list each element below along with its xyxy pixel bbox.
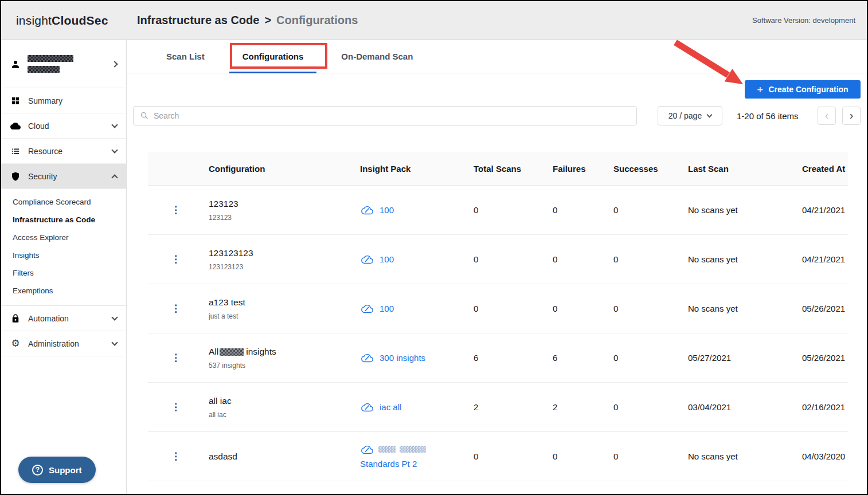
user-profile[interactable] bbox=[1, 40, 126, 88]
total-scans-value: 0 bbox=[474, 205, 553, 215]
pagination-next-button[interactable]: › bbox=[842, 107, 861, 125]
app-window: insightCloudSec Infrastructure as Code >… bbox=[0, 0, 868, 495]
column-header-last-scan: Last Scan bbox=[688, 164, 802, 174]
created-at-value: 05/26/2021 bbox=[802, 304, 848, 313]
page-size-value: 20 / page bbox=[668, 111, 702, 120]
row-menu-kebab-icon[interactable]: ⋮ bbox=[171, 254, 181, 265]
created-at-value: 02/16/2021 bbox=[802, 402, 848, 412]
insight-pack-link[interactable]: 300 insights bbox=[380, 353, 425, 363]
table-row: ⋮ a123 test just a test 100 0 0 0 No sca… bbox=[148, 284, 848, 333]
row-menu-kebab-icon[interactable]: ⋮ bbox=[171, 451, 181, 462]
tab-configurations[interactable]: Configurations bbox=[224, 40, 323, 73]
sidebar-item-resource[interactable]: Resource bbox=[1, 139, 126, 164]
last-scan-value: No scans yet bbox=[688, 205, 802, 215]
failures-value: 6 bbox=[553, 353, 613, 363]
search-input[interactable] bbox=[154, 111, 630, 120]
sidebar-item-filters[interactable]: Filters bbox=[1, 264, 126, 282]
table-row: ⋮ 123123123 123123123 100 0 0 0 No scans… bbox=[148, 235, 848, 284]
configuration-name: Allinsights bbox=[209, 347, 353, 356]
insight-pack-link[interactable]: 100 bbox=[380, 254, 394, 265]
create-configuration-button[interactable]: + Create Configuration bbox=[745, 80, 861, 99]
column-header-total-scans: Total Scans bbox=[474, 164, 553, 174]
failures-value: 2 bbox=[553, 402, 613, 412]
redacted-text-block bbox=[400, 446, 426, 453]
column-header-failures: Failures bbox=[553, 164, 613, 174]
chevron-right-icon bbox=[111, 61, 118, 67]
configurations-table: Configuration Insight Pack Total Scans F… bbox=[148, 152, 848, 481]
last-scan-value: No scans yet bbox=[688, 451, 802, 461]
total-scans-value: 2 bbox=[474, 402, 553, 412]
brand-light: insight bbox=[16, 14, 52, 27]
configuration-description: all iac bbox=[209, 411, 353, 418]
create-configuration-label: Create Configuration bbox=[768, 85, 848, 94]
created-at-value: 04/03/2020 bbox=[802, 451, 848, 461]
sidebar-item-label: Automation bbox=[28, 314, 105, 323]
support-button[interactable]: ? Support bbox=[18, 457, 96, 483]
total-scans-value: 0 bbox=[474, 254, 553, 264]
sidebar-item-label: Cloud bbox=[28, 121, 105, 131]
sidebar: Summary Cloud Resource Security Complian… bbox=[1, 40, 127, 494]
configuration-name: asdasd bbox=[209, 451, 353, 461]
sidebar-item-infrastructure-as-code[interactable]: Infrastructure as Code bbox=[1, 211, 126, 229]
insight-pack-icon bbox=[360, 254, 374, 265]
sidebar-item-label: Summary bbox=[28, 96, 117, 105]
sidebar-item-access-explorer[interactable]: Access Explorer bbox=[1, 229, 126, 246]
configuration-name: a123 test bbox=[209, 297, 353, 307]
page-size-select[interactable]: 20 / page bbox=[658, 106, 722, 125]
insight-pack-link[interactable]: iac all bbox=[380, 402, 401, 412]
plus-icon: + bbox=[757, 84, 763, 95]
sidebar-item-summary[interactable]: Summary bbox=[1, 88, 126, 113]
tab-on-demand-scan[interactable]: On-Demand Scan bbox=[322, 40, 432, 73]
sidebar-item-compliance-scorecard[interactable]: Compliance Scorecard bbox=[1, 193, 126, 211]
insight-pack-link[interactable]: Standards Pt 2 bbox=[360, 459, 474, 469]
sidebar-item-exemptions[interactable]: Exemptions bbox=[1, 282, 126, 300]
successes-value: 0 bbox=[613, 304, 688, 313]
lock-icon bbox=[10, 313, 21, 324]
row-menu-kebab-icon[interactable]: ⋮ bbox=[171, 402, 181, 412]
pagination-prev-button[interactable]: ‹ bbox=[818, 107, 836, 125]
tab-bar: Scan List Configurations On-Demand Scan bbox=[127, 40, 867, 73]
chevron-down-icon bbox=[707, 112, 713, 117]
insight-pack-link[interactable]: 100 bbox=[380, 304, 394, 314]
chevron-down-icon bbox=[111, 314, 118, 320]
items-range-label: 1-20 of 56 items bbox=[737, 111, 799, 121]
tab-scan-list[interactable]: Scan List bbox=[147, 40, 224, 73]
table-row: ⋮ asdasd Standards Pt 2 0 0 0 No scans y… bbox=[148, 432, 848, 481]
column-header-successes: Successes bbox=[613, 164, 688, 174]
chevron-down-icon bbox=[111, 147, 118, 153]
successes-value: 0 bbox=[613, 451, 688, 461]
breadcrumb-parent[interactable]: Infrastructure as Code bbox=[137, 14, 259, 27]
sidebar-item-automation[interactable]: Automation bbox=[1, 306, 126, 331]
last-scan-value: No scans yet bbox=[688, 254, 802, 264]
configuration-name: 123123 bbox=[209, 199, 353, 209]
sidebar-item-label: Security bbox=[28, 172, 105, 181]
search-icon bbox=[140, 111, 149, 120]
row-menu-kebab-icon[interactable]: ⋮ bbox=[171, 352, 181, 363]
breadcrumb-current: Configurations bbox=[276, 14, 358, 27]
sidebar-item-insights[interactable]: Insights bbox=[1, 246, 126, 264]
insight-pack-link[interactable]: 100 bbox=[380, 205, 394, 215]
sidebar-item-label: Administration bbox=[28, 339, 105, 348]
last-scan-value: 03/04/2021 bbox=[688, 402, 802, 412]
configuration-name: all iac bbox=[209, 396, 353, 406]
brand-logo[interactable]: insightCloudSec bbox=[1, 14, 127, 28]
sidebar-item-administration[interactable]: ⚙ Administration bbox=[1, 331, 126, 356]
sidebar-item-cloud[interactable]: Cloud bbox=[1, 113, 126, 139]
last-scan-value: 05/27/2021 bbox=[688, 353, 802, 363]
support-label: Support bbox=[49, 465, 82, 475]
sidebar-item-security[interactable]: Security bbox=[1, 164, 126, 189]
insight-pack-icon bbox=[360, 402, 374, 412]
user-icon bbox=[10, 59, 21, 69]
created-at-value: 04/21/2021 bbox=[802, 254, 848, 264]
row-menu-kebab-icon[interactable]: ⋮ bbox=[171, 303, 181, 314]
total-scans-value: 0 bbox=[474, 451, 553, 461]
last-scan-value: No scans yet bbox=[688, 304, 802, 313]
row-menu-kebab-icon[interactable]: ⋮ bbox=[171, 205, 181, 215]
configuration-description: 537 insights bbox=[209, 362, 353, 369]
failures-value: 0 bbox=[553, 304, 613, 313]
created-at-value: 04/21/2021 bbox=[802, 205, 848, 215]
failures-value: 0 bbox=[553, 254, 613, 264]
total-scans-value: 6 bbox=[474, 353, 553, 363]
question-mark-icon: ? bbox=[32, 465, 43, 476]
table-row: ⋮ all iac all iac iac all 2 2 0 03/04/20… bbox=[148, 383, 848, 432]
